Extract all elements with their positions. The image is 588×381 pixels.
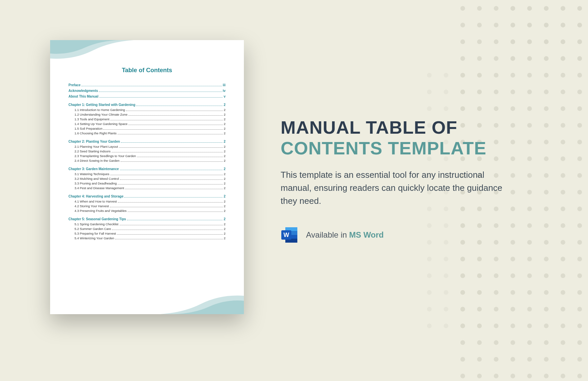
toc-front-line: Prefaceiii <box>68 83 226 87</box>
toc-leader-dots <box>121 142 223 143</box>
toc-label: 3.4 Pest and Disease Management <box>75 186 124 190</box>
promo-description: This template is an essential tool for a… <box>281 168 514 208</box>
toc-label: 1.1 Introduction to Home Gardening <box>75 108 125 112</box>
toc-page: 2 <box>224 186 226 190</box>
toc-page: iii <box>223 83 226 87</box>
toc-sub-line: 1.4 Setting Up Your Gardening Space2 <box>68 122 226 126</box>
svg-rect-3 <box>504 7 588 74</box>
promo-panel: MANUAL TABLE OF CONTENTS TEMPLATE This t… <box>281 117 535 244</box>
toc-leader-dots <box>120 225 223 225</box>
toc-leader-dots <box>125 189 223 189</box>
toc-label: 2.1 Planning Your Plant Layout <box>75 145 118 148</box>
toc-sub-line: 5.3 Preparing for Fall Harvest2 <box>68 232 226 235</box>
toc-leader-dots <box>118 202 223 203</box>
toc-sub-line: 3.4 Pest and Disease Management2 <box>68 186 226 190</box>
toc-chapter-line: Chapter 1: Getting Started with Gardenin… <box>68 103 226 107</box>
toc-label: 1.6 Choosing the Right Plants <box>75 131 117 135</box>
toc-label: 4.1 When and How to Harvest <box>75 200 117 203</box>
toc-sub-line: 1.6 Choosing the Right Plants2 <box>68 131 226 135</box>
document-preview: Table of Contents PrefaceiiiAcknowledgme… <box>50 40 244 314</box>
toc-page: iv <box>223 89 226 93</box>
toc-page: 2 <box>224 149 226 153</box>
toc-page: 2 <box>224 236 226 240</box>
available-row: W Available in MS Word <box>281 226 535 244</box>
toc-leader-dots <box>110 207 223 207</box>
toc-label: 4.2 Storing Your Harvest <box>75 204 109 208</box>
toc-page: 2 <box>224 117 226 121</box>
toc-page: 2 <box>224 204 226 208</box>
toc-label: 2.3 Transplanting Seedlings to Your Gard… <box>75 154 136 158</box>
headline-line-1: MANUAL TABLE OF <box>281 117 535 138</box>
toc-leader-dots <box>121 161 223 162</box>
toc-leader-dots <box>99 92 222 92</box>
toc-page: 2 <box>224 172 226 176</box>
toc-leader-dots <box>82 86 222 86</box>
word-icon: W <box>281 226 299 244</box>
toc-label: Chapter 2: Planting Your Garden <box>68 140 120 143</box>
toc-leader-dots <box>110 175 223 175</box>
toc-label: Acknowledgments <box>68 89 98 93</box>
toc-page: 2 <box>224 154 226 158</box>
toc-leader-dots <box>127 220 223 220</box>
toc-label: Chapter 5: Seasonal Gardening Tips <box>68 217 126 221</box>
toc-page: 2 <box>224 131 226 135</box>
toc-page: 2 <box>224 127 226 130</box>
toc-leader-dots <box>118 134 223 134</box>
toc-page: 2 <box>224 232 226 235</box>
toc-sub-line: 1.2 Understanding Your Climate Zone2 <box>68 113 226 116</box>
toc-leader-dots <box>126 111 223 111</box>
toc-label: 2.2 Seed Starting Indoors <box>75 149 111 153</box>
toc-leader-dots <box>124 197 223 198</box>
toc-leader-dots <box>103 129 223 130</box>
toc-chapter-line: Chapter 4: Harvesting and Storage2 <box>68 195 226 198</box>
toc-sub-line: 2.1 Planning Your Plant Layout2 <box>68 145 226 148</box>
available-bold: MS Word <box>349 230 384 239</box>
toc-sub-line: 4.3 Preserving Fruits and Vegetables2 <box>68 209 226 213</box>
toc-page: 2 <box>224 222 226 226</box>
toc-page: 2 <box>224 195 226 198</box>
toc-sub-line: 2.4 Direct Sowing in the Garden2 <box>68 159 226 162</box>
headline-line-2: CONTENTS TEMPLATE <box>281 138 535 158</box>
toc-leader-dots <box>112 152 223 152</box>
toc-label: 2.4 Direct Sowing in the Garden <box>75 159 120 162</box>
toc-sub-line: 3.2 Mulching and Weed Control2 <box>68 177 226 180</box>
toc-leader-dots <box>128 115 223 116</box>
toc-page: 2 <box>224 159 226 162</box>
toc-leader-dots <box>99 97 223 98</box>
toc-sub-line: 3.3 Pruning and Deadheading2 <box>68 181 226 185</box>
toc-leader-dots <box>136 106 223 106</box>
toc-page: 2 <box>224 181 226 185</box>
toc-leader-dots <box>118 184 223 184</box>
toc-leader-dots <box>112 230 223 230</box>
toc-page: 2 <box>224 217 226 221</box>
toc-page: 2 <box>224 113 226 116</box>
toc-label: Chapter 4: Harvesting and Storage <box>68 195 123 198</box>
toc-leader-dots <box>120 179 223 180</box>
toc-page: v <box>224 95 226 98</box>
toc-label: 5.4 Winterizing Your Garden <box>75 236 114 240</box>
toc-title: Table of Contents <box>68 67 226 74</box>
toc-leader-dots <box>128 125 223 125</box>
toc-label: 1.4 Setting Up Your Gardening Space <box>75 122 127 126</box>
toc-label: 1.2 Understanding Your Climate Zone <box>75 113 127 116</box>
toc-page: 2 <box>224 177 226 180</box>
toc-sub-line: 5.2 Summer Garden Care2 <box>68 227 226 231</box>
toc-leader-dots <box>110 120 223 120</box>
toc-sub-line: 5.4 Winterizing Your Garden2 <box>68 236 226 240</box>
toc-sub-line: 3.1 Watering Techniques2 <box>68 172 226 176</box>
toc-label: 3.3 Pruning and Deadheading <box>75 181 117 185</box>
available-text: Available in MS Word <box>306 230 384 240</box>
toc-page: 2 <box>224 103 226 107</box>
toc-front-line: About This Manualv <box>68 95 226 98</box>
toc-chapter-line: Chapter 2: Planting Your Garden2 <box>68 140 226 143</box>
toc-page: 2 <box>224 227 226 231</box>
toc-page: 2 <box>224 122 226 126</box>
toc-sub-line: 5.1 Spring Gardening Checklist2 <box>68 222 226 226</box>
toc-label: 5.3 Preparing for Fall Harvest <box>75 232 116 235</box>
toc-page: 2 <box>224 200 226 203</box>
toc-label: 1.5 Soil Preparation <box>75 127 102 130</box>
wave-bottom-icon <box>160 287 244 314</box>
toc-sub-line: 2.3 Transplanting Seedlings to Your Gard… <box>68 154 226 158</box>
toc-sub-line: 1.1 Introduction to Home Gardening2 <box>68 108 226 112</box>
toc-label: 3.2 Mulching and Weed Control <box>75 177 119 180</box>
